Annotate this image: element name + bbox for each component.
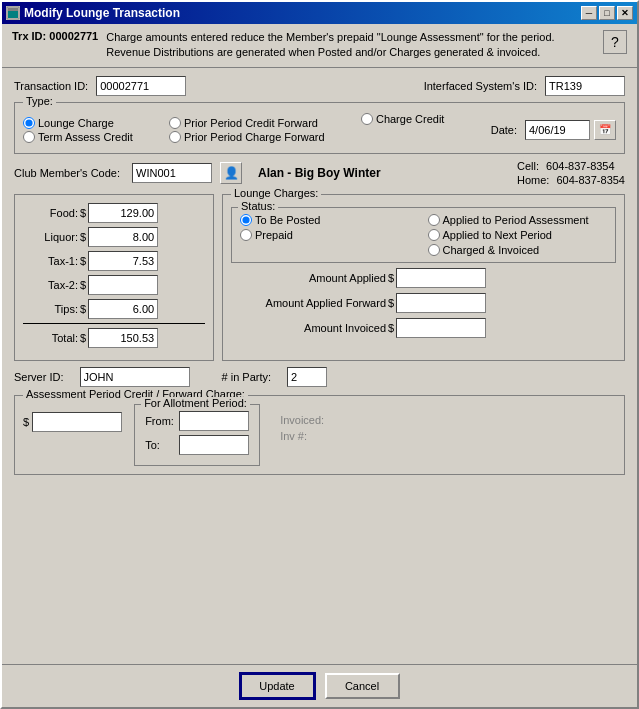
home-value: 604-837-8354 [556,174,625,186]
server-id-field[interactable] [80,367,190,387]
status-applied-next[interactable]: Applied to Next Period [428,229,608,241]
amount-invoiced-row: Amount Invoiced $ [231,318,616,338]
title-bar: Modify Lounge Transaction ─ □ ✕ [2,2,637,24]
amount-invoiced-dollar: $ [388,322,394,334]
cell-phone-row: Cell: 604-837-8354 [517,160,625,172]
type-lounge-charge[interactable]: Lounge Charge [23,117,133,129]
main-panels: Food: $ Liquor: $ Tax-1: $ Tax-2: $ [14,194,625,361]
interfaced-system-id-label: Interfaced System's ID: [424,80,537,92]
status-group-label: Status: [238,200,278,212]
member-name: Alan - Big Boy Winter [258,166,381,180]
amount-forward-dollar: $ [388,297,394,309]
status-prepaid-label: Prepaid [255,229,293,241]
tips-row: Tips: $ [23,299,205,319]
type-charge-credit-label: Charge Credit [376,113,444,125]
amount-applied-field[interactable] [396,268,486,288]
member-row: Club Member's Code: 👤 Alan - Big Boy Win… [14,160,625,186]
cancel-button[interactable]: Cancel [325,673,400,699]
server-id-label: Server ID: [14,371,64,383]
party-field[interactable] [287,367,327,387]
close-button[interactable]: ✕ [617,6,633,20]
to-row: To: [145,435,249,455]
status-applied-period-label: Applied to Period Assessment [443,214,589,226]
tax2-field[interactable] [88,275,158,295]
tax1-label: Tax-1: [23,255,78,267]
home-phone-row: Home: 604-837-8354 [517,174,625,186]
total-field[interactable] [88,328,158,348]
svg-rect-2 [8,8,18,11]
interfaced-system-id-field[interactable] [545,76,625,96]
window-icon [6,6,20,20]
calendar-button[interactable]: 📅 [594,120,616,140]
type-term-assess[interactable]: Term Assess Credit [23,131,133,143]
invoiced-label: Invoiced: [280,414,324,426]
lounge-charges-panel: Lounge Charges: Status: To Be Posted App… [222,194,625,361]
total-row: Total: $ [23,323,205,348]
date-field[interactable] [525,120,590,140]
food-field[interactable] [88,203,158,223]
amount-applied-dollar: $ [388,272,394,284]
maximize-button[interactable]: □ [599,6,615,20]
food-row: Food: $ [23,203,205,223]
tax1-dollar: $ [80,255,86,267]
amount-invoiced-label: Amount Invoiced [231,322,386,334]
home-label: Home: [517,174,549,186]
assessment-dollar-field[interactable] [32,412,122,432]
status-charged-invoiced[interactable]: Charged & Invoiced [428,244,608,256]
from-field[interactable] [179,411,249,431]
type-charge-credit[interactable]: Charge Credit [361,113,444,125]
type-prior-credit-label: Prior Period Credit Forward [184,117,318,129]
tips-dollar: $ [80,303,86,315]
type-prior-charge[interactable]: Prior Period Charge Forward [169,131,325,143]
inv-label: Inv #: [280,430,307,442]
title-bar-buttons: ─ □ ✕ [581,6,633,20]
food-label: Food: [23,207,78,219]
amount-forward-label: Amount Applied Forward [231,297,386,309]
amount-invoiced-field[interactable] [396,318,486,338]
status-prepaid[interactable]: Prepaid [240,229,420,241]
main-window: Modify Lounge Transaction ─ □ ✕ Trx ID: … [0,0,639,709]
update-button[interactable]: Update [240,673,315,699]
cell-value: 604-837-8354 [546,160,615,172]
tips-label: Tips: [23,303,78,315]
cell-label: Cell: [517,160,539,172]
type-group-label: Type: [23,95,56,107]
transaction-id-label: Transaction ID: [14,80,88,92]
transaction-id-field[interactable] [96,76,186,96]
status-radios: To Be Posted Applied to Period Assessmen… [240,214,607,256]
tax2-label: Tax-2: [23,279,78,291]
member-lookup-button[interactable]: 👤 [220,162,242,184]
status-to-be-posted[interactable]: To Be Posted [240,214,420,226]
type-lounge-charge-label: Lounge Charge [38,117,114,129]
liquor-row: Liquor: $ [23,227,205,247]
tax1-field[interactable] [88,251,158,271]
status-applied-period[interactable]: Applied to Period Assessment [428,214,608,226]
club-member-code-label: Club Member's Code: [14,167,120,179]
from-label: From: [145,415,175,427]
date-label: Date: [491,124,517,136]
content-area: Transaction ID: Interfaced System's ID: … [2,68,637,664]
to-label: To: [145,439,175,451]
info-message: Charge amounts entered reduce the Member… [106,30,595,61]
assessment-box: Assessment Period Credit / Forward Charg… [14,395,625,475]
type-group: Type: Lounge Charge Term Assess Credit [14,102,625,154]
type-prior-credit[interactable]: Prior Period Credit Forward [169,117,325,129]
allotment-label: For Allotment Period: [141,397,250,409]
liquor-field[interactable] [88,227,158,247]
minimize-button[interactable]: ─ [581,6,597,20]
allotment-box: For Allotment Period: From: To: [134,404,260,466]
amount-forward-row: Amount Applied Forward $ [231,293,616,313]
status-charged-invoiced-label: Charged & Invoiced [443,244,540,256]
help-icon[interactable]: ? [603,30,627,54]
lounge-charges-label: Lounge Charges: [231,187,321,199]
club-member-code-field[interactable] [132,163,212,183]
invoiced-section: Invoiced: Inv #: [280,414,324,442]
amount-forward-field[interactable] [396,293,486,313]
tax1-row: Tax-1: $ [23,251,205,271]
tips-field[interactable] [88,299,158,319]
server-row: Server ID: # in Party: [14,367,625,387]
liquor-dollar: $ [80,231,86,243]
trx-id-label: Trx ID: 00002771 [12,30,98,42]
to-field[interactable] [179,435,249,455]
type-prior-charge-label: Prior Period Charge Forward [184,131,325,143]
